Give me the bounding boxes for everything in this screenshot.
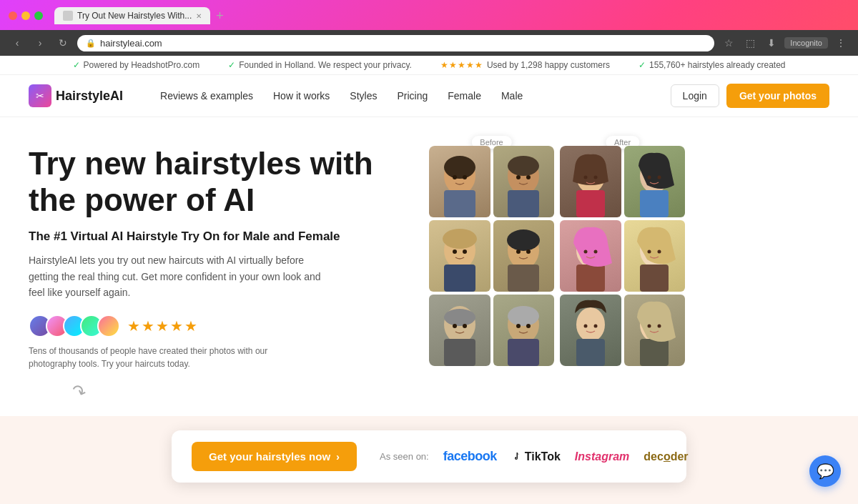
get-hairstyles-button[interactable]: Get your hairstyles now › bbox=[192, 442, 357, 471]
svg-point-13 bbox=[453, 249, 457, 254]
get-photos-button[interactable]: Get your photos bbox=[726, 84, 829, 108]
hair-cell-m1 bbox=[429, 146, 490, 217]
svg-point-44 bbox=[648, 250, 651, 254]
svg-rect-1 bbox=[444, 190, 475, 217]
svg-point-14 bbox=[463, 249, 467, 254]
svg-rect-51 bbox=[640, 339, 669, 366]
facebook-logo: facebook bbox=[443, 449, 497, 464]
hero-title: Try new hairstyles with the power of AI bbox=[29, 146, 400, 218]
svg-point-17 bbox=[507, 229, 540, 251]
svg-point-18 bbox=[516, 249, 521, 254]
maximize-button[interactable] bbox=[34, 11, 43, 20]
svg-point-27 bbox=[508, 306, 539, 326]
logo-text: HairstyleAI bbox=[56, 89, 123, 104]
hair-cell-m3 bbox=[429, 220, 490, 292]
svg-point-19 bbox=[526, 249, 531, 254]
top-bar: ✓ Powered by HeadshotPro.com ✓ Founded i… bbox=[0, 56, 858, 75]
nav-actions: Login Get your photos bbox=[671, 84, 829, 108]
tiktok-logo: TikTok bbox=[511, 450, 561, 463]
svg-point-7 bbox=[508, 156, 539, 176]
nav-links: Reviews & examples How it works Styles P… bbox=[160, 90, 648, 102]
toolbar-icons: ☆ ⬚ ⬇ Incognito ⋮ bbox=[720, 34, 849, 51]
nav-male[interactable]: Male bbox=[501, 90, 523, 102]
lock-icon: 🔒 bbox=[86, 39, 96, 48]
svg-point-52 bbox=[648, 325, 651, 328]
close-button[interactable] bbox=[9, 11, 17, 20]
hair-cell-f1 bbox=[560, 146, 621, 217]
website-content: ✓ Powered by HeadshotPro.com ✓ Founded i… bbox=[0, 56, 858, 504]
tiktok-icon bbox=[511, 451, 523, 463]
logo[interactable]: ✂ HairstyleAI bbox=[29, 84, 123, 107]
star-icon[interactable]: ☆ bbox=[720, 34, 737, 51]
svg-point-24 bbox=[463, 324, 467, 328]
get-hairstyles-label: Get your hairstyles now bbox=[209, 450, 330, 463]
tab-close-icon[interactable]: ✕ bbox=[196, 12, 202, 20]
back-button[interactable]: ‹ bbox=[9, 34, 26, 51]
arrow-right-icon: › bbox=[336, 450, 340, 463]
as-seen-on: As seen on: facebook TikTok Instagram de… bbox=[380, 449, 689, 464]
topbar-item-3: ★★★★★ Used by 1,298 happy customers bbox=[440, 60, 610, 70]
hero-images: Before bbox=[429, 146, 685, 402]
hair-cell-m4 bbox=[493, 220, 555, 292]
check-icon-1: ✓ bbox=[73, 60, 80, 70]
tab-bar: Try Out New Hairstyles With... ✕ + bbox=[54, 7, 815, 24]
svg-rect-39 bbox=[576, 265, 605, 292]
svg-rect-6 bbox=[508, 190, 539, 217]
hair-cell-f5 bbox=[560, 295, 621, 366]
svg-rect-47 bbox=[576, 339, 605, 366]
svg-rect-16 bbox=[508, 265, 539, 292]
hair-cell-f3 bbox=[560, 220, 621, 292]
browser-toolbar: ‹ › ↻ 🔒 hairstyleai.com ☆ ⬚ ⬇ Incognito … bbox=[0, 30, 858, 56]
hero-subtitle: The #1 Virtual AI Hairstyle Try On for M… bbox=[29, 229, 400, 244]
chat-button[interactable]: 💬 bbox=[809, 455, 841, 487]
main-nav: ✂ HairstyleAI Reviews & examples How it … bbox=[0, 75, 858, 117]
svg-point-49 bbox=[593, 325, 597, 328]
hair-cell-f2 bbox=[624, 146, 686, 217]
check-icon-4: ✓ bbox=[638, 60, 646, 70]
svg-rect-26 bbox=[508, 339, 539, 366]
svg-point-22 bbox=[444, 309, 475, 326]
hair-cell-m6 bbox=[493, 295, 555, 366]
check-icon-2: ✓ bbox=[228, 60, 235, 70]
nav-reviews[interactable]: Reviews & examples bbox=[160, 90, 253, 102]
svg-point-4 bbox=[463, 175, 467, 179]
nav-how-it-works[interactable]: How it works bbox=[273, 90, 330, 102]
minimize-button[interactable] bbox=[21, 11, 30, 20]
svg-point-28 bbox=[516, 324, 521, 328]
svg-point-12 bbox=[443, 229, 477, 249]
svg-rect-31 bbox=[576, 190, 605, 217]
avatar-stack bbox=[29, 315, 120, 337]
bottom-section: Get your hairstyles now › As seen on: fa… bbox=[0, 416, 858, 504]
tab-favicon bbox=[63, 11, 73, 21]
download-icon[interactable]: ⬇ bbox=[763, 34, 780, 51]
svg-point-37 bbox=[658, 176, 661, 179]
topbar-text-3: Used by 1,298 happy customers bbox=[487, 60, 610, 70]
hair-cell-m5 bbox=[429, 295, 490, 366]
hair-cell-f4 bbox=[624, 220, 686, 292]
nav-styles[interactable]: Styles bbox=[350, 90, 377, 102]
address-bar[interactable]: 🔒 hairstyleai.com bbox=[77, 35, 714, 51]
menu-icon[interactable]: ⋮ bbox=[832, 34, 849, 51]
browser-chrome: Try Out New Hairstyles With... ✕ + ‹ › ↻… bbox=[0, 0, 858, 56]
cast-icon[interactable]: ⬚ bbox=[741, 34, 759, 51]
svg-point-8 bbox=[516, 175, 521, 179]
new-tab-button[interactable]: + bbox=[213, 9, 227, 22]
nav-pricing[interactable]: Pricing bbox=[397, 90, 428, 102]
forward-button[interactable]: › bbox=[31, 34, 49, 51]
topbar-item-4: ✓ 155,760+ hairstyles already created bbox=[638, 60, 785, 70]
hero-stars: ★★★★★ bbox=[127, 317, 199, 335]
svg-point-33 bbox=[593, 176, 597, 179]
reload-button[interactable]: ↻ bbox=[54, 34, 72, 51]
svg-point-48 bbox=[583, 325, 587, 328]
svg-rect-11 bbox=[444, 265, 475, 292]
login-button[interactable]: Login bbox=[671, 84, 719, 107]
cta-card: Get your hairstyles now › As seen on: fa… bbox=[172, 430, 686, 483]
hair-cell-m2 bbox=[493, 146, 555, 217]
topbar-text-1: Powered by HeadshotPro.com bbox=[84, 60, 200, 70]
nav-female[interactable]: Female bbox=[448, 90, 481, 102]
svg-point-41 bbox=[593, 250, 597, 254]
hero-description: HairstyleAI lets you try out new haircut… bbox=[29, 252, 329, 300]
active-tab[interactable]: Try Out New Hairstyles With... ✕ bbox=[54, 7, 210, 24]
hero-section: Try new hairstyles with the power of AI … bbox=[0, 117, 858, 416]
svg-point-29 bbox=[526, 324, 531, 328]
